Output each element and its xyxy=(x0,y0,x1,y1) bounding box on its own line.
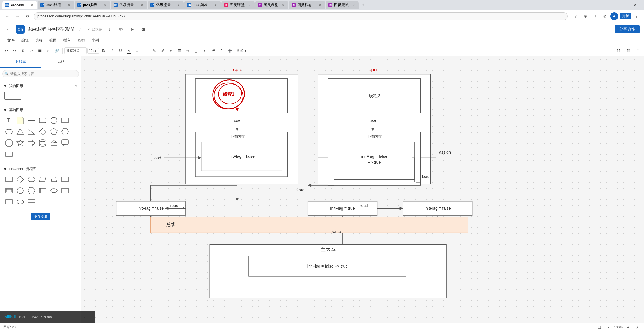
tab-4-close[interactable]: × xyxy=(140,3,144,7)
tab-10[interactable]: 图 图灵魔城 × xyxy=(326,1,359,9)
tab-10-close[interactable]: × xyxy=(351,3,356,7)
search-input[interactable] xyxy=(2,70,79,77)
layout-button[interactable]: ☷ xyxy=(615,47,623,55)
new-tab-button[interactable]: + xyxy=(359,1,367,9)
zoom-fit-button[interactable]: ☐ xyxy=(596,324,603,331)
shapes-button[interactable]: ▣ xyxy=(36,47,44,55)
arrow-button[interactable]: ► xyxy=(201,47,209,55)
tab-7-close[interactable]: × xyxy=(247,3,252,7)
menu-view[interactable]: 视图 xyxy=(47,37,60,44)
shape-rect-filled[interactable] xyxy=(4,149,14,159)
tab-6-close[interactable]: × xyxy=(214,3,218,7)
bold-button[interactable]: B xyxy=(100,47,108,55)
zoom-out-button[interactable]: − xyxy=(605,324,612,331)
shape-rounded-rect[interactable] xyxy=(38,115,48,125)
forward-button[interactable]: → xyxy=(13,12,21,20)
close-button[interactable]: ✕ xyxy=(629,0,642,10)
shape-hexagon[interactable] xyxy=(60,127,70,137)
shape-right-triangle[interactable] xyxy=(26,127,36,137)
flow-hex[interactable] xyxy=(26,186,36,196)
highlight-button[interactable]: ✐ xyxy=(159,47,166,55)
flow-trapezoid[interactable] xyxy=(49,174,59,184)
update-button[interactable]: 更新 xyxy=(620,13,631,19)
flowchart-header[interactable]: ▼ Flowchart 流程图 xyxy=(2,165,79,173)
shape-line[interactable] xyxy=(26,115,36,125)
collapse-button[interactable]: ⌃ xyxy=(634,47,642,55)
flow-double-rect[interactable] xyxy=(4,186,14,196)
tab-5[interactable]: On 亿级流量... × xyxy=(148,1,184,9)
shape-octagon[interactable] xyxy=(4,138,14,148)
font-size-input[interactable]: 13px xyxy=(87,48,99,54)
share-icon[interactable]: ➤ xyxy=(128,25,137,34)
italic-button[interactable]: I xyxy=(108,47,116,55)
align-button[interactable]: ≣ xyxy=(142,47,150,55)
flow-oval[interactable] xyxy=(49,186,59,196)
redo-button[interactable]: ↪ xyxy=(11,47,19,55)
download-doc-icon[interactable]: ↓ xyxy=(105,25,114,34)
my-shapes-edit-icon[interactable]: ✎ xyxy=(75,84,78,88)
tab-9-close[interactable]: × xyxy=(318,3,322,7)
doc-star-button[interactable]: ☆ xyxy=(79,27,82,31)
flow-diamond[interactable] xyxy=(15,174,25,184)
tab-2-close[interactable]: × xyxy=(67,3,71,7)
link-button[interactable]: 🔗 xyxy=(53,47,61,55)
phone-icon[interactable]: ✆ xyxy=(117,25,125,34)
tab-8[interactable]: 图 图灵课堂 × xyxy=(255,1,288,9)
tab-7[interactable]: 图 图灵课堂 × xyxy=(221,1,255,9)
shape-triangle[interactable] xyxy=(15,127,25,137)
menu-file[interactable]: 文件 xyxy=(4,37,17,44)
font-color-button[interactable]: A xyxy=(125,47,133,55)
list-button[interactable]: ≡ xyxy=(133,47,141,55)
download-icon[interactable]: ⬇ xyxy=(591,12,599,20)
flow-double-rect-2[interactable] xyxy=(38,186,48,196)
shape-pentagon[interactable] xyxy=(49,127,59,137)
doc-back-button[interactable]: ← xyxy=(4,25,12,33)
maximize-button[interactable]: □ xyxy=(615,0,628,10)
shape-text[interactable]: T xyxy=(4,115,14,125)
back-button[interactable]: ← xyxy=(3,12,11,20)
image-button[interactable]: ☄ xyxy=(44,47,52,55)
shape-rounded-rect-2[interactable] xyxy=(4,127,14,137)
basic-shapes-header[interactable]: ▼ 基础图形 xyxy=(2,106,79,114)
flow-rounded[interactable] xyxy=(26,174,36,184)
url-bar[interactable]: processon.com/diagraming/5cf981/e4b0a6-k… xyxy=(34,12,568,20)
flow-rect-2[interactable] xyxy=(60,174,70,184)
my-shape-item-1[interactable] xyxy=(4,92,21,100)
shape-note[interactable] xyxy=(15,115,25,125)
more-shapes-button[interactable]: 更多图形 xyxy=(31,213,50,220)
menu-canvas[interactable]: 画布 xyxy=(75,37,88,44)
flow-rect[interactable] xyxy=(4,174,14,184)
undo-button[interactable]: ↩ xyxy=(2,47,10,55)
shape-cylinder[interactable] xyxy=(38,138,48,148)
flow-shape-15[interactable] xyxy=(26,197,36,207)
shape-cloud[interactable] xyxy=(49,138,59,148)
bookmark-icon[interactable]: ☆ xyxy=(572,12,580,20)
shape-diamond[interactable] xyxy=(38,127,48,137)
menu-insert[interactable]: 插入 xyxy=(61,37,74,44)
menu-arrange[interactable]: 排列 xyxy=(89,37,102,44)
tab-3[interactable]: On java多线... × xyxy=(75,1,110,9)
bullet-button[interactable]: ☰ xyxy=(175,47,183,55)
flow-parallelogram[interactable] xyxy=(38,174,48,184)
tab-4[interactable]: On 亿极流量... × xyxy=(111,1,147,9)
more-button[interactable]: 更多 ▼ xyxy=(234,48,250,54)
shape-star[interactable] xyxy=(15,138,25,148)
zoom-in-button[interactable]: + xyxy=(625,324,632,331)
path-button[interactable]: ⤽ xyxy=(184,47,192,55)
minimize-button[interactable]: ─ xyxy=(601,0,614,10)
shape-speech-bubble[interactable] xyxy=(60,138,70,148)
profile-button[interactable]: A xyxy=(610,12,618,20)
line-button[interactable]: ⎯ xyxy=(192,47,200,55)
flow-circle[interactable] xyxy=(15,186,25,196)
canvas-area[interactable]: cpu 线程1 use 工作内存 in xyxy=(81,56,644,323)
settings-icon[interactable]: ⚙ xyxy=(601,12,609,20)
align2-button[interactable]: ⇔ xyxy=(167,47,175,55)
tab-5-close[interactable]: × xyxy=(176,3,181,7)
tab-9[interactable]: 图 图灵私有... × xyxy=(289,1,325,9)
react-icon[interactable]: ◕ xyxy=(139,25,148,34)
menu-select[interactable]: 选择 xyxy=(33,37,45,44)
share-collaborate-button[interactable]: 分享协作 xyxy=(615,25,640,33)
shape-circle[interactable] xyxy=(49,115,59,125)
refresh-button[interactable]: ↻ xyxy=(24,12,31,20)
clone-button[interactable]: ⧉ xyxy=(19,47,27,55)
